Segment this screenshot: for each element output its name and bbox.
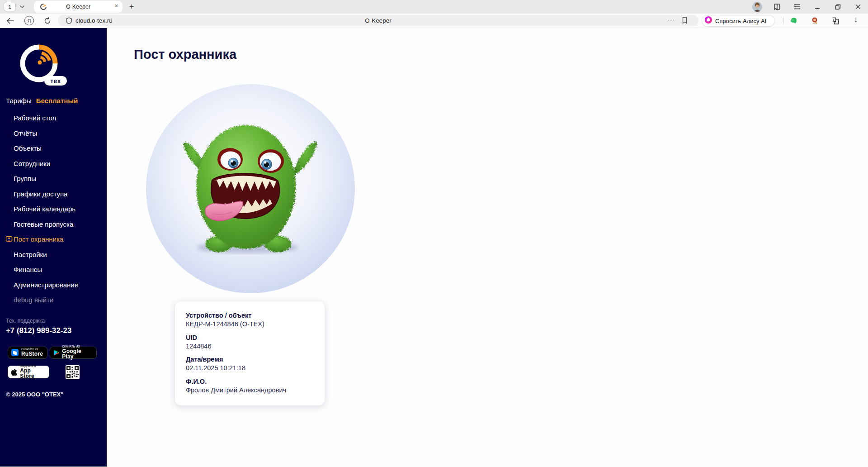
tab-list-chevron-down-icon[interactable] <box>18 4 26 10</box>
browser-menu-hamburger-icon[interactable] <box>793 3 801 10</box>
browser-tab[interactable]: O-Keeper ✕ <box>34 1 123 13</box>
sidebar-nav-label: Пост охранника <box>14 235 63 243</box>
browser-toolbar: Я cloud.o-tex.ru O-Keeper ··· Спросить А… <box>0 14 868 28</box>
notes-extension-icon[interactable] <box>809 16 820 26</box>
sidebar-nav-label: Группы <box>14 175 36 182</box>
sidebar-nav-item[interactable]: Администрирование <box>0 277 107 293</box>
sidebar-nav-item[interactable]: Графики доступа <box>0 186 107 202</box>
window-minimize-icon[interactable] <box>813 3 821 10</box>
tab-counter-value: 1 <box>8 4 11 10</box>
sidebar-nav-item[interactable]: Отчёты <box>0 126 107 141</box>
tab-counter-button[interactable]: 1 <box>4 2 16 11</box>
rustore-title: RuStore <box>21 351 43 357</box>
ask-alice-ai-button[interactable]: Спросить Алису AI <box>702 15 775 27</box>
sidebar-nav-label: debug выйти <box>14 296 53 304</box>
toolbar-divider <box>783 17 784 24</box>
sidebar-nav-item[interactable]: Финансы <box>0 262 107 277</box>
guard-post-photo <box>146 84 355 293</box>
sidebar-nav-label: Отчёты <box>14 129 37 137</box>
card-field-label: Ф.И.О. <box>186 377 314 386</box>
rustore-icon <box>11 349 19 356</box>
sidebar-nav-label: Настройки <box>14 251 47 258</box>
sidebar-nav-item[interactable]: Гостевые пропуска <box>0 217 107 232</box>
tab-close-icon[interactable]: ✕ <box>114 3 118 9</box>
alice-button-label: Спросить Алису AI <box>715 18 766 24</box>
card-field-label: Дата/время <box>186 355 314 364</box>
sidebar-nav-item[interactable]: Рабочий календарь <box>0 201 107 217</box>
sidebar-nav-item[interactable]: Группы <box>0 171 107 186</box>
new-tab-button[interactable]: + <box>126 1 137 13</box>
tariff-row[interactable]: Тарифы Бесплатный <box>6 97 107 105</box>
yandex-glyph: Я <box>28 18 31 24</box>
okeeper-favicon-icon <box>40 3 47 12</box>
sidebar-nav-item[interactable]: Настройки <box>0 247 107 262</box>
page-title: Пост охранника <box>134 47 236 62</box>
card-field: Устройство / объект КЕДР-М-1244846 (О-ТЕ… <box>186 311 314 329</box>
bookmark-flag-icon[interactable] <box>682 17 688 26</box>
card-field-value: Фролов Дмитрий Александрович <box>186 386 314 395</box>
downloads-icon[interactable]: ↓ <box>851 15 861 24</box>
window-close-icon[interactable] <box>854 3 862 10</box>
sidebar-nav-item[interactable]: Сотрудники <box>0 156 107 172</box>
sidebar-nav-label: Графики доступа <box>14 190 67 198</box>
sidebar-nav-label: Рабочий календарь <box>14 205 75 213</box>
sidebar-nav-item[interactable]: debug выйти <box>0 292 107 308</box>
window-restore-icon[interactable] <box>834 3 842 10</box>
omnibox-page-title: O-Keeper <box>58 17 698 24</box>
main-content: Пост охранника <box>107 28 868 467</box>
sidebar-nav-label: Финансы <box>14 266 42 273</box>
store-badges: Скачайте из RuStore СКАЧАТЬ ИЗ Google Pl… <box>8 347 100 379</box>
side-panel-icon[interactable] <box>773 3 781 10</box>
copyright-text: © 2025 ООО "ОТЕХ" <box>6 391 107 398</box>
yandex-search-icon[interactable]: Я <box>24 16 34 25</box>
tariff-value-badge: Бесплатный <box>36 97 78 105</box>
card-field: Дата/время 02.11.2025 10:21:18 <box>186 355 314 372</box>
rustore-badge[interactable]: Скачайте из RuStore <box>8 347 47 359</box>
guard-post-badge-icon <box>5 236 13 244</box>
profile-avatar[interactable] <box>752 2 762 12</box>
card-field-value: 1244846 <box>186 342 314 351</box>
apple-icon <box>11 368 17 376</box>
sidebar-nav-label: Администрирование <box>14 281 78 289</box>
omnibox-more-icon[interactable]: ··· <box>668 16 675 23</box>
support-label: Тех. поддержка <box>6 318 107 324</box>
otex-logo-text: тех <box>44 76 67 86</box>
sidebar-nav-item[interactable]: Пост охранника <box>0 232 107 247</box>
gplay-title: Google Play <box>62 348 93 360</box>
card-field-label: UID <box>186 334 314 342</box>
sidebar: тех Тарифы Бесплатный Рабочий ст <box>0 28 107 467</box>
back-arrow-icon[interactable] <box>5 16 15 25</box>
appstore-title: App Store <box>20 368 45 379</box>
card-field-value: 02.11.2025 10:21:18 <box>186 364 314 372</box>
address-bar[interactable]: cloud.o-tex.ru O-Keeper ··· <box>58 15 698 26</box>
sidebar-nav-item[interactable]: Объекты <box>0 141 107 156</box>
tariff-label: Тарифы <box>6 97 32 105</box>
app-store-badge[interactable]: Загрузите в App Store <box>8 366 49 378</box>
sidebar-nav: Рабочий стол Отчёты <box>0 110 107 308</box>
collections-extension-icon[interactable] <box>830 16 841 26</box>
sidebar-nav-label: Объекты <box>14 144 42 152</box>
otex-logo[interactable]: тех <box>16 42 71 87</box>
card-field: UID 1244846 <box>186 334 314 351</box>
qr-code <box>66 365 80 379</box>
evernote-extension-icon[interactable] <box>788 16 799 26</box>
card-field-label: Устройство / объект <box>186 311 314 320</box>
alice-logo-icon <box>704 16 712 26</box>
sidebar-nav-item[interactable]: Рабочий стол <box>0 110 107 126</box>
card-field: Ф.И.О. Фролов Дмитрий Александрович <box>186 377 314 395</box>
support-phone[interactable]: +7 (812) 989-32-23 <box>6 326 107 335</box>
google-play-badge[interactable]: СКАЧАТЬ ИЗ Google Play <box>50 347 97 359</box>
browser-tab-bar: 1 O-Keeper ✕ + <box>0 0 868 14</box>
reload-icon[interactable] <box>42 16 52 25</box>
sidebar-nav-label: Рабочий стол <box>14 114 56 122</box>
card-field-value: КЕДР-М-1244846 (О-ТЕХ) <box>186 320 314 329</box>
google-play-icon <box>53 349 59 356</box>
monster-avatar-image <box>146 84 355 293</box>
tab-title: O-Keeper <box>34 4 123 10</box>
sidebar-nav-label: Сотрудники <box>14 160 50 167</box>
sidebar-nav-label: Гостевые пропуска <box>14 220 73 228</box>
device-info-card: Устройство / объект КЕДР-М-1244846 (О-ТЕ… <box>175 301 325 405</box>
support-block: Тех. поддержка +7 (812) 989-32-23 <box>6 318 107 335</box>
